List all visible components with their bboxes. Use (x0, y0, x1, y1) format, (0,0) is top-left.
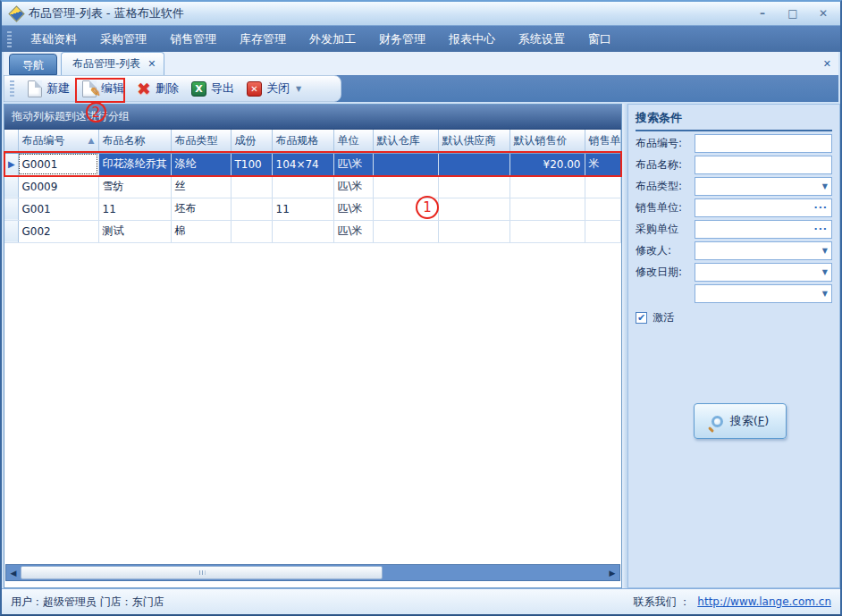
scrollbar-thumb[interactable] (21, 566, 383, 579)
modify-date-end-dropdown[interactable]: ▼ (695, 284, 832, 303)
name-input[interactable] (695, 156, 832, 174)
col-header-sale-unit[interactable]: 销售单 (585, 130, 621, 153)
cell-supplier[interactable] (438, 153, 509, 175)
cell-sale-unit[interactable] (585, 198, 621, 220)
col-header-code[interactable]: 布品编号▲ (18, 130, 98, 153)
table-row[interactable]: G002 测试 棉 匹\米 (4, 220, 621, 242)
cell-warehouse[interactable] (373, 175, 438, 198)
cell-type[interactable]: 丝 (171, 175, 231, 198)
cell-name[interactable]: 印花涤纶乔其 (98, 153, 171, 175)
scroll-left-arrow-icon[interactable]: ◀ (6, 565, 21, 580)
code-input[interactable] (695, 134, 832, 153)
search-button[interactable]: 搜索(F) (694, 403, 787, 439)
cell-sale-unit[interactable]: 米 (585, 153, 621, 175)
table-row[interactable]: G0009 雪纺 丝 匹\米 (4, 175, 621, 198)
group-by-bar[interactable]: 拖动列标题到这进行分组 (4, 105, 621, 130)
menu-outsourcing[interactable]: 外发加工 (298, 27, 367, 52)
maximize-button[interactable]: □ (783, 5, 803, 21)
cell-supplier[interactable] (438, 198, 509, 220)
cell-supplier[interactable] (438, 175, 509, 198)
col-header-price[interactable]: 默认销售价 (509, 130, 585, 153)
cell-unit[interactable]: 匹\米 (333, 153, 373, 175)
active-checkbox-label: 激活 (653, 310, 674, 325)
tab-close-icon[interactable]: ✕ (147, 59, 156, 69)
chevron-down-icon: ▼ (822, 247, 828, 255)
cell-spec[interactable]: 11 (272, 198, 333, 220)
cell-price[interactable] (509, 175, 585, 198)
delete-button[interactable]: ✖ 删除 (131, 79, 185, 99)
edit-button[interactable]: ✎ 编辑 (76, 79, 131, 99)
cell-price[interactable] (509, 198, 585, 220)
menu-reports[interactable]: 报表中心 (437, 27, 507, 52)
new-button[interactable]: 新建 (21, 79, 76, 99)
close-dropdown-caret-icon[interactable]: ▼ (296, 85, 301, 93)
col-header-warehouse[interactable]: 默认仓库 (373, 130, 438, 153)
type-dropdown[interactable]: ▼ (695, 177, 832, 196)
cell-code[interactable]: G0001 (18, 153, 98, 175)
menu-basic-data[interactable]: 基础资料 (19, 27, 88, 52)
cell-name[interactable]: 雪纺 (98, 175, 171, 198)
cell-sale-unit[interactable] (585, 175, 621, 198)
cell-type[interactable]: 棉 (171, 220, 231, 242)
close-button[interactable]: ✕ (813, 5, 833, 21)
cell-warehouse[interactable] (373, 198, 438, 220)
col-header-type[interactable]: 布品类型 (171, 130, 231, 153)
cell-composition[interactable] (231, 220, 272, 242)
cell-type[interactable]: 坯布 (171, 198, 231, 220)
scroll-right-arrow-icon[interactable]: ▶ (605, 565, 619, 580)
col-header-spec[interactable]: 布品规格 (272, 130, 333, 153)
cell-type[interactable]: 涤纶 (171, 153, 231, 175)
cell-spec[interactable]: 104×74 (272, 153, 333, 175)
sale-unit-lookup[interactable]: ··· (695, 198, 832, 217)
menu-settings[interactable]: 系统设置 (507, 27, 577, 52)
tab-fabric-list[interactable]: 布品管理-列表 ✕ (61, 52, 164, 75)
app-window: 布品管理-列表 - 蓝格布业软件 – □ ✕ 基础资料 采购管理 销售管理 库存… (0, 0, 842, 616)
cell-price[interactable]: ¥20.00 (509, 153, 585, 175)
cell-unit[interactable]: 匹\米 (333, 198, 373, 220)
toolbar-drag-grip[interactable] (10, 80, 14, 97)
export-button[interactable]: X 导出 (185, 79, 240, 98)
cell-unit[interactable]: 匹\米 (333, 175, 373, 198)
cell-code[interactable]: G002 (18, 220, 98, 242)
minimize-button[interactable]: – (753, 5, 772, 21)
website-link[interactable]: http://www.lange.com.cn (697, 595, 831, 608)
cell-composition[interactable] (231, 175, 272, 198)
cell-unit[interactable]: 匹\米 (333, 220, 373, 242)
cell-composition[interactable] (231, 198, 272, 220)
cell-spec[interactable] (272, 220, 333, 242)
cell-warehouse[interactable] (373, 153, 438, 175)
tabstrip-close[interactable]: ✕ (823, 57, 831, 70)
menu-sales[interactable]: 销售管理 (158, 27, 228, 52)
col-header-composition[interactable]: 成份 (231, 130, 272, 153)
table-row-selected[interactable]: ▶ G0001 印花涤纶乔其 涤纶 T100 104×74 匹\米 ¥20.00… (4, 153, 621, 175)
purchase-unit-lookup[interactable]: ··· (695, 220, 832, 239)
menu-drag-grip[interactable] (7, 31, 12, 47)
menu-inventory[interactable]: 库存管理 (228, 27, 298, 52)
active-checkbox[interactable]: ✔ (636, 312, 647, 324)
cell-warehouse[interactable] (373, 220, 438, 242)
modify-date-dropdown[interactable]: ▼ (695, 263, 832, 282)
col-header-unit[interactable]: 单位 (333, 130, 373, 153)
cell-price[interactable] (509, 220, 585, 242)
menu-window[interactable]: 窗口 (577, 27, 623, 52)
menu-finance[interactable]: 财务管理 (367, 27, 437, 52)
col-header-name[interactable]: 布品名称 (98, 130, 171, 153)
cell-code[interactable]: G001 (18, 198, 98, 220)
table-row[interactable]: G001 11 坯布 11 匹\米 (4, 198, 621, 220)
contact-us-label: 联系我们 ： (634, 595, 691, 610)
cell-supplier[interactable] (438, 220, 509, 242)
cell-code[interactable]: G0009 (18, 175, 98, 198)
tab-navigation[interactable]: 导航 (9, 54, 57, 75)
close-tab-button[interactable]: ✕ 关闭 ▼ (240, 79, 307, 98)
cell-sale-unit[interactable] (585, 220, 621, 242)
col-header-supplier[interactable]: 默认供应商 (438, 130, 509, 153)
horizontal-scrollbar[interactable]: ◀ ▶ (5, 564, 620, 581)
new-document-icon (28, 80, 42, 97)
cell-name[interactable]: 11 (98, 198, 171, 220)
cell-composition[interactable]: T100 (231, 153, 272, 175)
active-filter: ✔ 激活 (636, 310, 832, 325)
cell-name[interactable]: 测试 (98, 220, 171, 242)
cell-spec[interactable] (272, 175, 333, 198)
modifier-dropdown[interactable]: ▼ (695, 241, 832, 260)
menu-purchase[interactable]: 采购管理 (88, 27, 158, 52)
